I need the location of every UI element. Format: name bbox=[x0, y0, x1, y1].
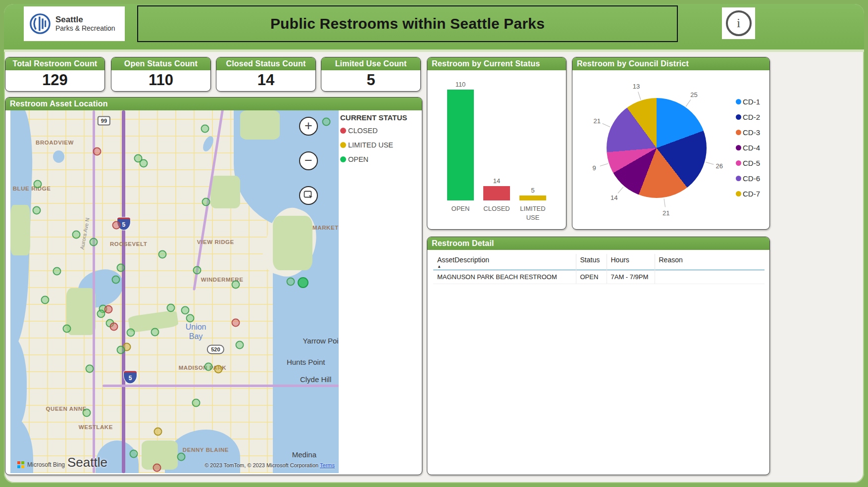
map-marker-open[interactable] bbox=[34, 180, 42, 188]
bar[interactable] bbox=[519, 195, 546, 200]
map-marker-limited[interactable] bbox=[153, 427, 162, 436]
map-marker-open[interactable] bbox=[90, 238, 98, 246]
bar-value-label: 14 bbox=[493, 177, 500, 185]
map-marker-open[interactable] bbox=[204, 363, 213, 371]
cell-reason bbox=[655, 270, 765, 284]
legend-dot-icon bbox=[736, 160, 741, 166]
dashboard-frame: Seattle Parks & Recreation Public Restro… bbox=[4, 4, 864, 483]
kpi-value: 14 bbox=[216, 70, 315, 90]
map-marker-open[interactable] bbox=[167, 304, 175, 312]
map-marker-open[interactable] bbox=[86, 364, 94, 373]
bar[interactable] bbox=[483, 186, 510, 200]
map-legend: CURRENT STATUS CLOSEDLIMITED USEOPEN bbox=[340, 113, 419, 170]
map-marker-open[interactable] bbox=[236, 341, 244, 349]
table-row[interactable]: MAGNUSON PARK BEACH RESTROOM OPEN 7AM - … bbox=[433, 270, 765, 284]
map-title: Restroom Asset Location bbox=[5, 97, 422, 110]
box-select-button[interactable] bbox=[299, 186, 318, 205]
map-marker-open[interactable] bbox=[232, 280, 240, 289]
map-marker-limited[interactable] bbox=[214, 365, 223, 374]
column-header-reason[interactable]: Reason bbox=[655, 254, 765, 270]
map-marker-closed[interactable] bbox=[232, 318, 240, 327]
map-marker-open[interactable] bbox=[83, 408, 91, 417]
map-marker-open[interactable] bbox=[41, 295, 50, 304]
info-button[interactable]: i bbox=[722, 7, 755, 39]
map-marker-open[interactable] bbox=[322, 118, 331, 126]
map-legend-item-closed[interactable]: CLOSED bbox=[340, 127, 419, 135]
pie-legend-item-cd-5[interactable]: CD-5 bbox=[736, 155, 760, 171]
map-marker-open[interactable] bbox=[116, 345, 125, 354]
minus-icon: − bbox=[305, 154, 312, 167]
map-marker-open[interactable] bbox=[63, 325, 71, 333]
map-marker-open[interactable] bbox=[116, 264, 125, 272]
map-marker-open[interactable] bbox=[151, 328, 159, 336]
kpi-total-restroom-count: Total Restroom Count 129 bbox=[5, 57, 105, 92]
map-marker-open[interactable] bbox=[202, 198, 210, 206]
bar-category-label: LIMITED USE bbox=[519, 204, 547, 222]
pie-legend-item-cd-2[interactable]: CD-2 bbox=[736, 109, 760, 125]
map-marker-open[interactable] bbox=[126, 329, 135, 337]
page-title: Public Restrooms within Seattle Parks bbox=[270, 15, 545, 32]
report-title-box: Public Restrooms within Seattle Parks bbox=[137, 5, 678, 42]
road-shield-5: 5 bbox=[123, 371, 137, 384]
legend-label: LIMITED USE bbox=[348, 141, 393, 149]
map-marker-open[interactable] bbox=[53, 267, 61, 275]
map-label: BROADVIEW bbox=[36, 140, 74, 146]
table-title: Restroom Detail bbox=[427, 237, 769, 250]
kpi-closed-status-count: Closed Status Count 14 bbox=[216, 57, 316, 92]
map-label: QUEEN ANNE bbox=[46, 406, 87, 412]
map-marker-open[interactable] bbox=[97, 310, 105, 318]
column-label: AssetDescription bbox=[437, 256, 489, 264]
map-label: ROOSEVELT bbox=[110, 241, 147, 247]
map-marker-closed[interactable] bbox=[109, 322, 118, 331]
water-bitter-lake bbox=[53, 150, 64, 163]
bar[interactable] bbox=[447, 90, 474, 200]
bing-label: Microsoft Bing bbox=[27, 461, 65, 468]
map-marker-open[interactable] bbox=[129, 450, 138, 458]
map-legend-item-open[interactable]: OPEN bbox=[340, 155, 419, 163]
map-marker-closed[interactable] bbox=[104, 305, 113, 314]
pie-value-label: 25 bbox=[690, 91, 697, 98]
map-marker-open[interactable] bbox=[286, 277, 295, 286]
map-marker-open[interactable] bbox=[192, 398, 201, 407]
column-header-status[interactable]: Status bbox=[576, 254, 607, 270]
map-marker-open[interactable] bbox=[111, 275, 120, 284]
park-magnuson bbox=[273, 216, 312, 270]
map-marker-open[interactable] bbox=[186, 314, 194, 323]
terms-link[interactable]: Terms bbox=[320, 462, 335, 468]
pie-legend-item-cd-1[interactable]: CD-1 bbox=[736, 94, 760, 109]
column-label: Status bbox=[580, 256, 600, 264]
map-marker-closed[interactable] bbox=[112, 221, 121, 230]
column-header-hours[interactable]: Hours bbox=[607, 254, 655, 270]
pie-legend-item-cd-3[interactable]: CD-3 bbox=[736, 125, 760, 140]
zoom-out-button[interactable]: − bbox=[299, 151, 318, 170]
map-marker-open[interactable] bbox=[33, 206, 41, 214]
map-marker-open[interactable] bbox=[72, 230, 81, 239]
column-label: Reason bbox=[659, 256, 683, 264]
pie-legend-item-cd-6[interactable]: CD-6 bbox=[736, 171, 760, 186]
map-marker-closed[interactable] bbox=[93, 147, 102, 155]
map-marker-open[interactable] bbox=[140, 159, 148, 168]
column-header-assetdescription[interactable]: AssetDescription ▲ bbox=[433, 254, 576, 270]
pie-chart[interactable] bbox=[607, 98, 707, 198]
pie-legend-item-cd-7[interactable]: CD-7 bbox=[736, 186, 760, 201]
map-marker-open[interactable] bbox=[181, 306, 189, 314]
legend-label: CD-3 bbox=[743, 128, 760, 137]
kpi-value: 5 bbox=[321, 70, 420, 90]
bing-map[interactable]: + − Microsoft Bing Seattle © 2023 TomTom… bbox=[10, 110, 339, 473]
info-icon: i bbox=[726, 10, 752, 36]
map-legend-item-limited-use[interactable]: LIMITED USE bbox=[340, 141, 419, 149]
pie-leader-line bbox=[603, 123, 611, 127]
map-marker-open[interactable] bbox=[193, 266, 201, 274]
map-marker-open[interactable] bbox=[177, 453, 186, 461]
power-bi-dashboard: { "header": { "logo_line1": "Seattle", "… bbox=[0, 0, 868, 487]
zoom-in-button[interactable]: + bbox=[299, 117, 318, 136]
map-marker-closed[interactable] bbox=[153, 464, 161, 472]
kpi-title: Total Restroom Count bbox=[5, 57, 104, 70]
map-marker-open[interactable] bbox=[298, 277, 308, 288]
park-ne-corner bbox=[240, 110, 280, 140]
legend-label: CLOSED bbox=[348, 127, 378, 135]
map-marker-open[interactable] bbox=[201, 124, 209, 133]
pie-leader-line bbox=[618, 187, 624, 194]
map-marker-open[interactable] bbox=[158, 250, 166, 259]
pie-legend-item-cd-4[interactable]: CD-4 bbox=[736, 140, 760, 155]
